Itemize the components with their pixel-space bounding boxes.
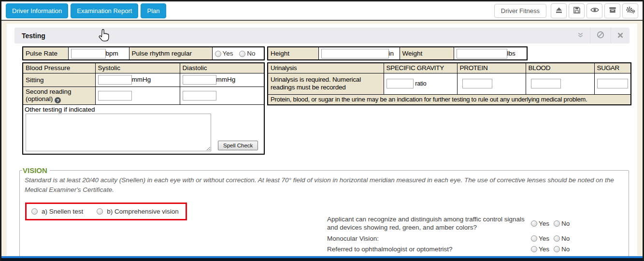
archive-icon [609, 6, 616, 15]
referred-no-radio[interactable] [554, 246, 560, 252]
blood-pressure-title: Blood Pressure [23, 63, 95, 73]
panel-header-icons [571, 28, 630, 44]
question-row-referred: Referred to ophthalmologist or optometri… [327, 245, 580, 254]
referred-yes-radio[interactable] [531, 246, 537, 252]
pulse-rhythm-yes-radio[interactable] [215, 51, 221, 57]
diastolic-unit-label: mmHg [216, 76, 236, 83]
driver-exam-page: Driver Information Examination Report Pl… [0, 0, 644, 261]
urinalysis-required-note: Urinalysis is required. Numerical readin… [268, 73, 384, 94]
diastolic-header: Diastolic [180, 63, 264, 73]
other-testing-textarea[interactable] [26, 114, 211, 151]
sugar-header: SUGAR [594, 63, 631, 73]
pulse-rhythm-label: Pulse rhythm regular [129, 47, 212, 60]
weight-unit-label: lbs [507, 49, 515, 57]
panel-title: Testing [22, 32, 45, 40]
save-icon [573, 6, 581, 15]
traffic-signals-yes-radio[interactable] [531, 220, 537, 227]
disable-panel-button[interactable] [590, 28, 611, 44]
close-panel-button[interactable] [611, 28, 630, 44]
question-label: Monocular Vision: [327, 234, 527, 243]
sitting-label: Sitting [23, 73, 95, 87]
urinalysis-table: Urinalysis SPECIFIC GRAVITY PROTEIN BLOO… [267, 62, 631, 105]
yes-label: Yes [223, 50, 233, 57]
tab-plan[interactable]: Plan [141, 3, 166, 18]
yes-label: Yes [539, 220, 549, 227]
eject-button[interactable] [551, 3, 567, 18]
question-row-traffic-signals: Applicant can recognize and distinguish … [327, 215, 580, 232]
traffic-signals-no-radio[interactable] [554, 220, 560, 227]
settings-button[interactable] [622, 3, 638, 18]
toolbar-right-group: Driver Fitness [494, 3, 638, 18]
comprehensive-vision-label: b) Comprehensive vision [107, 208, 179, 215]
spell-check-button[interactable]: Spell Check [218, 141, 258, 150]
tab-driver-information[interactable]: Driver Information [6, 3, 68, 18]
protein-header: PROTEIN [457, 63, 526, 73]
no-label: No [561, 235, 570, 242]
tab-examination-report[interactable]: Examination Report [71, 3, 138, 18]
other-testing-label: Other testing if indicated [25, 105, 262, 114]
height-weight-table: Height in Weight lbs [267, 46, 528, 60]
pulse-rhythm-no-radio[interactable] [239, 51, 245, 57]
weight-input[interactable] [457, 49, 507, 58]
gears-icon [626, 6, 635, 15]
ratio-unit-label: ratio [415, 80, 426, 87]
collapse-panel-button[interactable] [571, 28, 590, 44]
comprehensive-vision-radio[interactable] [97, 208, 103, 215]
monocular-no-radio[interactable] [554, 235, 560, 242]
blood-pressure-table: Blood Pressure Systolic Diastolic Sittin… [22, 62, 265, 155]
snellen-test-label: a) Snellen test [42, 208, 83, 215]
pulse-rate-label: Pulse Rate [23, 47, 68, 60]
urinalysis-title: Urinalysis [268, 63, 384, 73]
second-diastolic-input[interactable] [183, 91, 216, 101]
height-input[interactable] [321, 49, 389, 58]
second-reading-label: Second reading (optional) [26, 88, 72, 102]
protein-input[interactable] [462, 79, 492, 88]
question-row-monocular-vision: Monocular Vision: Yes No [327, 234, 580, 243]
top-toolbar: Driver Information Examination Report Pl… [1, 1, 643, 21]
systolic-unit-label: mmHg [132, 76, 151, 83]
testing-panel-header[interactable]: Testing [14, 28, 630, 44]
height-unit-label: in [389, 49, 394, 57]
save-button[interactable] [569, 3, 585, 18]
blood-header: BLOOD [526, 63, 594, 73]
vision-standard-text: Standard is at least 20/40 acuity (Snell… [25, 175, 624, 195]
second-systolic-input[interactable] [98, 91, 132, 101]
pulse-rate-input[interactable] [71, 49, 106, 58]
disable-circle-slash-icon [597, 31, 604, 41]
testing-form: Pulse Rate bpm Pulse rhythm regular Yes … [14, 44, 630, 258]
urinalysis-footer-note: Protein, blood, or sugar in the urine ma… [268, 94, 631, 104]
no-label: No [561, 246, 570, 253]
sugar-input[interactable] [597, 79, 628, 88]
vision-test-options-highlight: a) Snellen test b) Comprehensive vision [25, 203, 187, 220]
close-x-icon [617, 31, 623, 40]
pulse-table: Pulse Rate bpm Pulse rhythm regular Yes … [22, 46, 265, 60]
vision-section: VISION Standard is at least 20/40 acuity… [19, 166, 629, 258]
yes-label: Yes [539, 246, 549, 253]
archive-button[interactable] [604, 3, 620, 18]
blood-input[interactable] [531, 79, 561, 88]
vision-section-title: VISION [22, 166, 50, 174]
specific-gravity-header: SPECIFIC GRAVITY [384, 63, 457, 73]
main-content: Testing [1, 21, 643, 256]
testing-card: Testing [7, 24, 637, 256]
systolic-header: Systolic [95, 63, 180, 73]
preview-button[interactable] [587, 3, 602, 18]
help-icon[interactable]: ? [55, 97, 61, 103]
no-label: No [561, 220, 570, 227]
sitting-diastolic-input[interactable] [183, 75, 216, 85]
weight-label: Weight [400, 47, 454, 60]
comprehensive-vision-option: b) Comprehensive vision [97, 208, 179, 215]
pulse-unit-label: bpm [106, 49, 118, 57]
eye-icon [590, 6, 599, 15]
sitting-systolic-input[interactable] [98, 75, 132, 85]
monocular-yes-radio[interactable] [531, 235, 537, 242]
specific-gravity-input[interactable] [386, 79, 414, 88]
yes-label: Yes [539, 235, 549, 242]
driver-fitness-button[interactable]: Driver Fitness [494, 4, 546, 18]
bottom-bar [1, 256, 643, 261]
vision-questions: Applicant can recognize and distinguish … [327, 215, 580, 261]
eject-icon [555, 6, 563, 15]
snellen-test-radio[interactable] [31, 208, 38, 215]
snellen-test-option: a) Snellen test [31, 208, 83, 215]
question-label: Referred to ophthalmologist or optometri… [327, 245, 527, 254]
